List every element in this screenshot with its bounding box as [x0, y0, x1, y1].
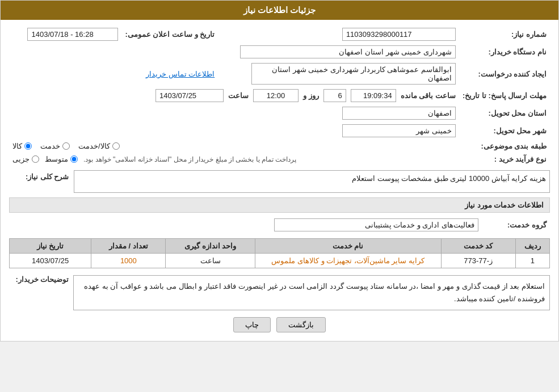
col-header-qty: تعداد / مقدار — [91, 239, 166, 254]
back-button[interactable]: بازگشت — [276, 317, 326, 332]
creator-value: ابوالقاسم عموشاهی کاربردار شهرداری خمینی… — [251, 63, 456, 85]
announcement-datetime-label: تاریخ و ساعت اعلان عمومی: — [121, 26, 218, 43]
process-label: نوع فرآیند خرید : — [459, 153, 550, 166]
info-table: شماره نیاز: 1103093298000117 تاریخ و ساع… — [9, 26, 550, 166]
row-creator: ایجاد کننده درخواست: ابوالقاسم عموشاهی ک… — [9, 61, 550, 87]
creator-label: ایجاد کننده درخواست: — [459, 61, 550, 87]
send-deadline-day-label: روز و — [303, 91, 319, 100]
radio-mottaset-input[interactable] — [70, 155, 78, 163]
col-header-row-num: ردیف — [515, 239, 549, 254]
col-header-unit: واحد اندازه گیری — [166, 239, 255, 254]
send-deadline-time-label: ساعت — [228, 91, 249, 100]
button-row: چاپ بازگشت — [9, 317, 550, 332]
radio-khadamat-label: خدمت — [40, 142, 60, 150]
row-process: نوع فرآیند خرید : جزیی متوسط پرداخت — [9, 153, 550, 166]
radio-kala-khadamat: کالا/خدمت — [78, 142, 120, 150]
radio-kala-input[interactable] — [24, 142, 32, 150]
row-buyer-org: نام دستگاه خریدار: شهرداری خمینی شهر است… — [9, 43, 550, 61]
delivery-province-label: استان محل تحویل: — [459, 104, 550, 122]
radio-mottaset: متوسط — [45, 155, 78, 163]
send-deadline-time: 12:00 — [253, 89, 299, 102]
send-deadline-date: 1403/07/25 — [155, 89, 224, 102]
radio-khadamat-input[interactable] — [62, 142, 70, 150]
category-label: طبقه بندی موضوعی: — [459, 140, 550, 153]
need-number-label: شماره نیاز: — [459, 26, 550, 43]
page-wrapper: جزئیات اطلاعات نیاز شماره نیاز: 11030932… — [0, 0, 559, 342]
announcement-datetime-value: 1403/07/18 - 16:28 — [27, 28, 118, 41]
row-send-deadline: مهلت ارسال پاسخ: تا تاریخ: 1403/07/25 سا… — [9, 87, 550, 104]
buyer-notes-section: توضیحات خریدار: استعلام بعد از قیمت گذار… — [9, 273, 550, 310]
delivery-city-value: خمینی شهر — [342, 124, 456, 137]
buyer-notes-value: استعلام بعد از قیمت گذاری و مهر و امضا ،… — [73, 275, 550, 310]
main-content: شماره نیاز: 1103093298000117 تاریخ و ساع… — [1, 20, 558, 341]
process-desc: پرداخت تمام یا بخشی از مبلغ خریدار از مح… — [83, 155, 296, 163]
need-number-value: 1103093298000117 — [342, 28, 456, 41]
service-group-label: گروه خدمت: — [482, 216, 550, 234]
send-deadline-remaining: 19:09:34 — [351, 89, 396, 102]
cell-unit: ساعت — [166, 254, 255, 268]
page-header: جزئیات اطلاعات نیاز — [1, 1, 558, 20]
radio-kala-khadamat-input[interactable] — [112, 142, 120, 150]
radio-mottaset-label: متوسط — [45, 155, 68, 163]
radio-kala-label: کالا — [12, 142, 22, 150]
delivery-city-label: شهر محل تحویل: — [459, 122, 550, 140]
send-deadline-remaining-label: ساعت باقی مانده — [401, 91, 456, 100]
radio-jozii-input[interactable] — [32, 155, 39, 163]
need-desc-label: شرح کلی نیاز: — [9, 170, 69, 181]
cell-service-name: کرایه سایر ماشین‌آلات، تجهیزات و کالاهای… — [255, 254, 441, 268]
send-deadline-days: 6 — [323, 89, 346, 102]
service-group-table: گروه خدمت: فعالیت‌های اداری و خدمات پشتی… — [9, 216, 550, 234]
page-title: جزئیات اطلاعات نیاز — [243, 5, 316, 15]
table-row: 1 ز-77-773 کرایه سایر ماشین‌آلات، تجهیزا… — [10, 254, 550, 268]
row-city: شهر محل تحویل: خمینی شهر — [9, 122, 550, 140]
cell-service-code: ز-77-773 — [441, 254, 515, 268]
col-header-service-name: نام خدمت — [255, 239, 441, 254]
row-category: طبقه بندی موضوعی: کالا خدمت — [9, 140, 550, 153]
send-deadline-label: مهلت ارسال پاسخ: تا تاریخ: — [459, 87, 550, 104]
contact-link[interactable]: اطلاعات تماس خریدار — [146, 70, 215, 78]
radio-jozii-label: جزیی — [12, 155, 30, 163]
cell-row-num: 1 — [515, 254, 549, 268]
buyer-notes-label: توضیحات خریدار: — [9, 273, 69, 284]
services-section-title: اطلاعات خدمات مورد نیاز — [9, 197, 550, 213]
col-header-date: تاریخ نیاز — [10, 239, 91, 254]
print-button[interactable]: چاپ — [233, 317, 271, 332]
radio-kala-khadamat-label: کالا/خدمت — [78, 142, 110, 150]
cell-qty: 1000 — [91, 254, 166, 268]
cell-date: 1403/07/25 — [10, 254, 91, 268]
row-need-number: شماره نیاز: 1103093298000117 تاریخ و ساع… — [9, 26, 550, 43]
row-service-group: گروه خدمت: فعالیت‌های اداری و خدمات پشتی… — [9, 216, 550, 234]
buyer-org-value: شهرداری خمینی شهر استان اصفهان — [240, 45, 456, 58]
need-desc-section: شرح کلی نیاز: هزینه کرایه آبیاش 10000 لی… — [9, 170, 550, 193]
buyer-org-label: نام دستگاه خریدار: — [459, 43, 550, 61]
delivery-province-value: اصفهان — [342, 107, 456, 120]
col-header-service-code: کد خدمت — [441, 239, 515, 254]
radio-kala: کالا — [12, 142, 32, 150]
radio-jozii: جزیی — [12, 155, 39, 163]
service-table-header-row: ردیف کد خدمت نام خدمت واحد اندازه گیری ت… — [10, 239, 550, 254]
row-province: استان محل تحویل: اصفهان — [9, 104, 550, 122]
service-table: ردیف کد خدمت نام خدمت واحد اندازه گیری ت… — [9, 238, 550, 268]
need-desc-value: هزینه کرایه آبیاش 10000 لیتری طبق مشخصات… — [74, 170, 550, 193]
service-group-value: فعالیت‌های اداری و خدمات پشتیبانی — [274, 218, 478, 231]
radio-khadamat: خدمت — [40, 142, 70, 150]
